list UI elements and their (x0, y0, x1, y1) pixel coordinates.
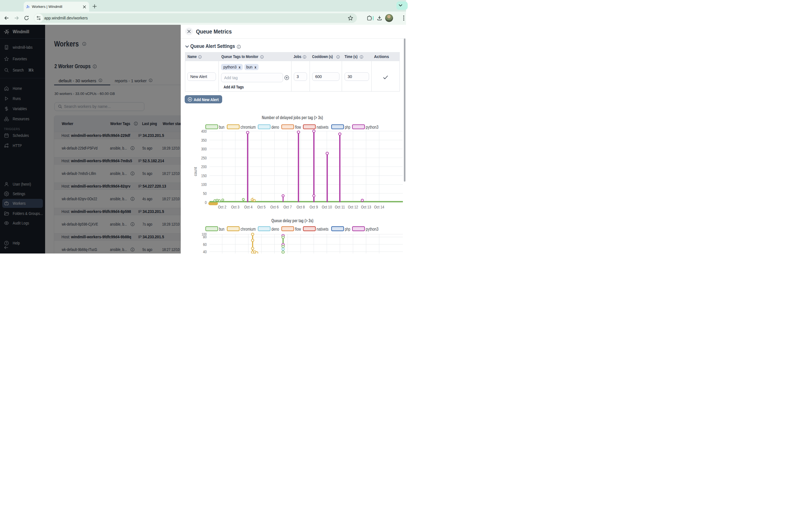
svg-text:300: 300 (201, 147, 207, 151)
svg-text:Queue delay per tag (> 3s): Queue delay per tag (> 3s) (271, 218, 313, 223)
svg-text:chromium: chromium (241, 227, 256, 231)
svg-text:chromium: chromium (241, 125, 256, 129)
svg-text:50: 50 (203, 191, 207, 196)
svg-text:deno: deno (271, 125, 279, 129)
svg-text:bun: bun (219, 125, 224, 129)
svg-text:Oct 2: Oct 2 (218, 205, 226, 209)
svg-text:Oct 8: Oct 8 (297, 205, 305, 209)
svg-text:Oct 4: Oct 4 (244, 205, 253, 209)
svg-text:Oct 13: Oct 13 (361, 205, 371, 209)
svg-text:400: 400 (201, 129, 207, 133)
svg-text:deno: deno (271, 227, 279, 231)
svg-text:Oct 9: Oct 9 (310, 205, 318, 209)
svg-text:80: 80 (203, 235, 207, 239)
svg-text:Oct 3: Oct 3 (231, 205, 240, 209)
svg-text:php: php (345, 227, 350, 231)
svg-text:Oct 5: Oct 5 (257, 205, 266, 209)
svg-text:0: 0 (205, 200, 207, 205)
svg-text:150: 150 (201, 173, 207, 178)
svg-text:python3: python3 (366, 227, 378, 231)
svg-text:Oct 10: Oct 10 (322, 205, 332, 209)
svg-text:flow: flow (295, 227, 301, 231)
svg-text:count: count (193, 167, 198, 176)
svg-text:python3: python3 (366, 125, 378, 129)
svg-text:php: php (345, 125, 350, 129)
svg-text:250: 250 (201, 156, 207, 160)
svg-text:Oct 7: Oct 7 (283, 205, 292, 209)
svg-text:Number of delayed jobs per tag: Number of delayed jobs per tag (> 3s) (262, 115, 323, 120)
svg-text:nativets: nativets (317, 227, 328, 231)
svg-text:200: 200 (201, 165, 207, 169)
svg-text:Oct 11: Oct 11 (335, 205, 345, 209)
svg-text:40: 40 (203, 249, 207, 253)
svg-text:Oct 12: Oct 12 (348, 205, 358, 209)
svg-text:bun: bun (219, 227, 224, 231)
svg-text:60: 60 (203, 242, 207, 247)
svg-text:Oct 6: Oct 6 (270, 205, 279, 209)
svg-text:nativets: nativets (317, 125, 328, 129)
svg-text:Oct 14: Oct 14 (374, 205, 384, 209)
svg-text:flow: flow (295, 125, 301, 129)
svg-text:100: 100 (201, 182, 207, 187)
svg-text:350: 350 (201, 138, 207, 143)
